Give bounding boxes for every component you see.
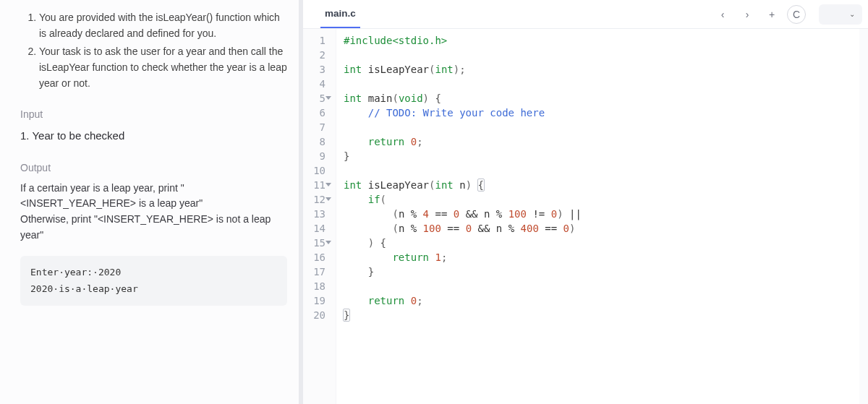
code-editor[interactable]: 1234567891011121314151617181920 #include…	[303, 29, 868, 404]
line-number: 14	[303, 221, 330, 236]
code-line[interactable]: // TODO: Write your code here	[344, 106, 582, 120]
line-number: 13	[303, 207, 330, 221]
input-body: 1. Year to be checked	[20, 127, 287, 144]
select-spacer	[826, 9, 829, 20]
code-line[interactable]: }	[344, 308, 582, 322]
chevron-right-icon: ›	[746, 9, 749, 20]
input-heading: Input	[20, 108, 287, 120]
code-line[interactable]: #include<stdio.h>	[344, 33, 582, 48]
code-line[interactable]: (n % 100 == 0 && n % 400 == 0)	[344, 221, 582, 236]
code-line[interactable]	[344, 120, 582, 134]
line-number: 12	[303, 192, 330, 207]
code-line[interactable]	[344, 77, 582, 91]
instruction-item: Your task is to ask the user for a year …	[39, 44, 287, 91]
output-body: If a certain year is a leap year, print …	[20, 181, 287, 244]
code-line[interactable]: int isLeapYear(int);	[344, 62, 582, 77]
line-number: 15	[303, 236, 330, 250]
line-number: 7	[303, 120, 330, 134]
add-tab-button[interactable]: +	[762, 5, 781, 24]
line-gutter: 1234567891011121314151617181920	[303, 29, 336, 404]
nav-next-button[interactable]: ›	[738, 5, 757, 24]
code-line[interactable]: return 1;	[344, 250, 582, 265]
line-number: 2	[303, 48, 330, 62]
nav-prev-button[interactable]: ‹	[713, 5, 732, 24]
language-label: C	[793, 9, 800, 20]
code-line[interactable]: }	[344, 149, 582, 163]
code-line[interactable]: int isLeapYear(int n) {	[344, 178, 582, 192]
tab-actions: ‹ › + C ⌄	[713, 4, 862, 25]
editor-panel: main.c ‹ › + C ⌄ 12345678910111213141516…	[303, 0, 868, 404]
line-number: 4	[303, 77, 330, 91]
code-line[interactable]	[344, 163, 582, 178]
tab-bar: main.c ‹ › + C ⌄	[303, 0, 868, 29]
instruction-item: You are provided with the isLeapYear() f…	[39, 10, 287, 41]
example-box: Enter·year:·2020 2020·is·a·leap·year	[20, 256, 287, 305]
example-line: Enter·year:·2020	[30, 267, 121, 278]
code-line[interactable]: int main(void) {	[344, 91, 582, 106]
line-number: 3	[303, 62, 330, 77]
code-line[interactable]: if(	[344, 192, 582, 207]
language-badge[interactable]: C	[787, 5, 806, 24]
line-number: 19	[303, 293, 330, 308]
line-number: 20	[303, 308, 330, 322]
language-select[interactable]: ⌄	[819, 4, 862, 25]
problem-panel[interactable]: You are provided with the isLeapYear() f…	[0, 0, 299, 404]
output-heading: Output	[20, 162, 287, 173]
line-number: 9	[303, 149, 330, 163]
chevron-left-icon: ‹	[721, 9, 725, 20]
line-number: 16	[303, 250, 330, 265]
example-line: 2020·is·a·leap·year	[30, 283, 138, 294]
chevron-down-icon: ⌄	[849, 10, 855, 18]
code-area[interactable]: #include<stdio.h>int isLeapYear(int);int…	[336, 29, 582, 404]
line-number: 17	[303, 265, 330, 279]
code-line[interactable]: return 0;	[344, 293, 582, 308]
editor-scrollbar[interactable]	[859, 29, 868, 404]
code-line[interactable]: return 0;	[344, 134, 582, 149]
line-number: 8	[303, 134, 330, 149]
file-tab-main[interactable]: main.c	[320, 0, 360, 28]
code-line[interactable]: ) {	[344, 236, 582, 250]
code-line[interactable]	[344, 48, 582, 62]
line-number: 11	[303, 178, 330, 192]
plus-icon: +	[769, 9, 775, 20]
line-number: 6	[303, 106, 330, 120]
code-line[interactable]: (n % 4 == 0 && n % 100 != 0) ||	[344, 207, 582, 221]
instructions-list: You are provided with the isLeapYear() f…	[20, 10, 287, 91]
line-number: 10	[303, 163, 330, 178]
line-number: 5	[303, 91, 330, 106]
line-number: 18	[303, 279, 330, 293]
code-line[interactable]: }	[344, 265, 582, 279]
code-line[interactable]	[344, 279, 582, 293]
line-number: 1	[303, 33, 330, 48]
